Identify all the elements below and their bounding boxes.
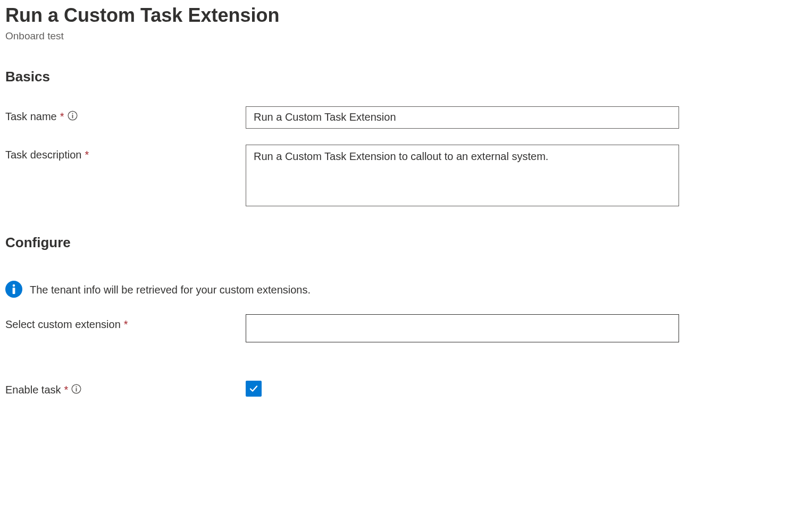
page-title: Run a Custom Task Extension [5,3,807,28]
task-name-input[interactable] [246,106,679,129]
svg-rect-2 [72,115,73,119]
svg-rect-8 [76,388,77,392]
required-marker: * [85,149,89,161]
svg-point-4 [13,284,15,287]
enable-task-checkbox[interactable] [246,381,262,397]
required-marker: * [124,318,128,331]
basics-heading: Basics [5,69,807,85]
required-marker: * [60,111,64,123]
svg-point-1 [72,113,73,114]
task-name-label: Task name [5,111,57,123]
task-description-label: Task description [5,149,81,161]
tenant-info-text: The tenant info will be retrieved for yo… [30,284,311,296]
enable-task-label: Enable task [5,384,61,396]
check-icon [248,383,259,394]
svg-point-7 [76,387,77,388]
required-marker: * [64,384,69,396]
page-subtitle: Onboard test [5,30,807,42]
select-extension-input[interactable] [246,314,679,342]
info-icon[interactable] [68,111,78,122]
info-icon[interactable] [71,384,81,396]
info-icon [5,281,22,299]
select-extension-label: Select custom extension [5,318,121,331]
svg-rect-5 [13,288,15,294]
configure-heading: Configure [5,234,807,251]
task-description-input[interactable] [246,145,679,206]
